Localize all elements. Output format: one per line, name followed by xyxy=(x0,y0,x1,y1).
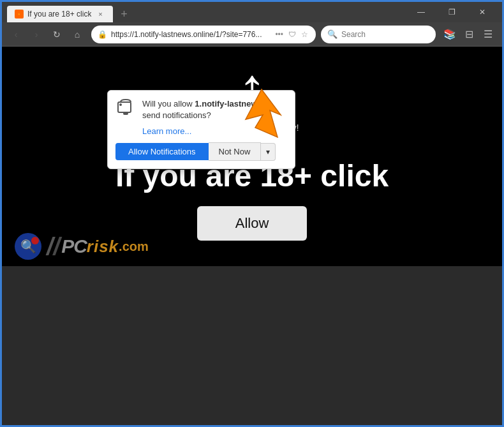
close-tab-button[interactable]: × xyxy=(95,9,105,19)
lock-icon: 🔒 xyxy=(98,30,107,39)
sidebar-icon[interactable]: ⊟ xyxy=(460,26,478,43)
browser-window: 🔸 If you are 18+ click × + — ❐ ✕ ‹ › ↻ ⌂… xyxy=(2,2,502,425)
pcrisk-brand: risk xyxy=(87,237,119,257)
close-button[interactable]: ✕ xyxy=(468,2,497,22)
new-tab-button[interactable]: + xyxy=(115,6,132,22)
notif-prefix: Will you allow xyxy=(142,99,195,109)
dropdown-button[interactable]: ▾ xyxy=(261,143,276,161)
pcrisk-slash-left: / xyxy=(47,234,54,258)
tab-favicon-icon: 🔸 xyxy=(15,10,24,19)
search-icon: 🔍 xyxy=(327,29,337,39)
forward-icon: › xyxy=(35,29,38,40)
notif-suffix: send notifications? xyxy=(142,110,211,120)
svg-point-2 xyxy=(119,103,122,106)
address-text: https://1.notify-lastnews.online/1/?site… xyxy=(111,30,270,39)
pcrisk-dotcom: .com xyxy=(119,239,149,254)
refresh-button[interactable]: ↻ xyxy=(48,26,66,43)
address-icons: ••• 🛡 ☆ xyxy=(274,29,309,40)
notif-buttons: Allow Notifications Not Now ▾ xyxy=(115,142,287,161)
tab-title: If you are 18+ click xyxy=(27,10,91,19)
allow-notifications-button[interactable]: Allow Notifications xyxy=(115,143,209,160)
pcrisk-pc: PC xyxy=(61,236,87,257)
arrow-indicator xyxy=(233,86,290,144)
restore-button[interactable]: ❐ xyxy=(437,2,466,22)
home-icon: ⌂ xyxy=(75,29,80,40)
more-options-icon[interactable]: ••• xyxy=(274,29,285,40)
title-bar: 🔸 If you are 18+ click × + — ❐ ✕ xyxy=(2,2,502,22)
library-icon[interactable]: 📚 xyxy=(441,26,459,43)
tab-area: 🔸 If you are 18+ click × + xyxy=(7,2,399,22)
pcrisk-logo-icon: 🔍 xyxy=(15,233,41,260)
shield-icon[interactable]: 🛡 xyxy=(287,29,297,40)
forward-button[interactable]: › xyxy=(27,26,45,43)
back-button[interactable]: ‹ xyxy=(7,26,25,43)
navigation-bar: ‹ › ↻ ⌂ 🔒 https://1.notify-lastnews.onli… xyxy=(2,22,502,47)
svg-rect-1 xyxy=(123,112,128,115)
pcrisk-watermark: 🔍 / / PC risk .com xyxy=(15,233,149,260)
search-box[interactable]: 🔍 xyxy=(321,26,436,43)
notification-bell-icon xyxy=(115,98,136,119)
back-icon: ‹ xyxy=(15,29,18,40)
home-button[interactable]: ⌂ xyxy=(68,26,86,43)
allow-button[interactable]: Allow xyxy=(197,206,308,241)
address-bar[interactable]: 🔒 https://1.notify-lastnews.online/1/?si… xyxy=(91,26,316,43)
search-input[interactable] xyxy=(341,30,437,39)
svg-marker-3 xyxy=(246,89,281,137)
menu-icon[interactable]: ☰ xyxy=(479,26,497,43)
pcrisk-text: / / PC risk .com xyxy=(47,234,149,258)
browser-tab[interactable]: 🔸 If you are 18+ click × xyxy=(7,6,113,22)
bookmark-icon[interactable]: ☆ xyxy=(300,29,309,40)
pcrisk-slash-right: / xyxy=(54,234,61,258)
toolbar-icons: 📚 ⊟ ☰ xyxy=(441,26,497,43)
refresh-icon: ↻ xyxy=(53,29,61,40)
pcrisk-dot xyxy=(31,237,39,244)
not-now-button[interactable]: Not Now xyxy=(209,142,262,161)
minimize-button[interactable]: — xyxy=(406,2,436,22)
window-controls: — ❐ ✕ xyxy=(406,2,497,22)
